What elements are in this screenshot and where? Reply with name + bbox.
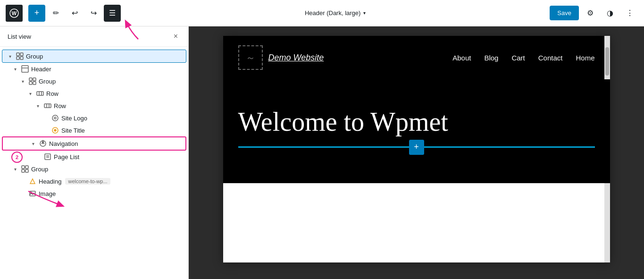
chevron-row-2	[34, 102, 42, 110]
header-label-text: Header (Dark, large)	[305, 9, 361, 17]
list-view-button[interactable]: ☰	[104, 5, 121, 22]
header-icon	[21, 65, 29, 73]
save-button[interactable]: Save	[550, 6, 579, 20]
preview-logo-area: ～ Demo Website	[238, 45, 324, 70]
svg-marker-30	[30, 179, 35, 184]
svg-point-18	[52, 115, 58, 121]
heading-label: Heading	[39, 178, 61, 185]
contrast-icon: ◑	[607, 8, 613, 17]
left-panel: List view × 1 2 Group	[0, 26, 189, 279]
toolbar: W + ✏ ↩ ↪ ☰ Header (Dark, large) ▾ Save …	[0, 0, 644, 26]
svg-point-19	[54, 117, 56, 119]
row-1-label: Row	[46, 90, 59, 97]
add-block-button[interactable]: +	[28, 5, 45, 22]
tree-item-row-1[interactable]: Row	[0, 87, 188, 100]
contrast-button[interactable]: ◑	[602, 5, 619, 22]
page-list-label: Page List	[54, 153, 79, 161]
list-view-title: List view	[8, 33, 31, 40]
svg-rect-4	[17, 57, 19, 59]
svg-rect-6	[22, 66, 28, 72]
preview-nav: About Blog Cart Contact Home	[452, 54, 594, 62]
svg-text:W: W	[12, 10, 17, 16]
brush-icon: ✏	[53, 8, 59, 17]
heading-badge: welcome-to-wp...	[65, 178, 110, 185]
nav-blog[interactable]: Blog	[484, 54, 498, 62]
group-2-icon	[21, 165, 29, 173]
tree-item-group-1[interactable]: Group	[0, 75, 188, 87]
close-list-view-button[interactable]: ×	[171, 31, 181, 42]
svg-point-21	[54, 129, 56, 131]
navigation-icon	[39, 139, 47, 148]
preview-site-title: Demo Website	[268, 53, 324, 63]
site-logo-label: Site Logo	[61, 115, 87, 122]
nav-cart[interactable]: Cart	[511, 54, 525, 62]
group-root-icon	[16, 52, 24, 60]
settings-button[interactable]: ⚙	[582, 5, 599, 22]
image-icon	[28, 189, 37, 198]
chevron-group-1	[19, 77, 26, 85]
svg-rect-8	[29, 78, 32, 81]
ellipsis-icon: ⋮	[626, 8, 634, 17]
chevron-group-root	[6, 52, 14, 60]
tree-item-group-root[interactable]: Group	[2, 50, 186, 63]
annotation-2: 2	[11, 152, 23, 163]
preview-hero: Welcome to Wpmet +	[223, 79, 610, 183]
nav-contact[interactable]: Contact	[538, 54, 563, 62]
preview-logo-placeholder: ～	[246, 51, 255, 64]
header-label-tree: Header	[31, 66, 51, 73]
group-2-label: Group	[31, 166, 48, 173]
svg-point-32	[31, 192, 32, 193]
image-label: Image	[39, 190, 56, 197]
toolbar-right: Save ⚙ ◑ ⋮	[550, 5, 638, 22]
tree-item-site-logo[interactable]: Site Logo	[0, 112, 188, 124]
tree-item-heading[interactable]: Heading welcome-to-wp...	[0, 175, 188, 187]
undo-button[interactable]: ↩	[66, 5, 83, 22]
chevron-down-icon: ▾	[363, 10, 366, 16]
group-root-label: Group	[26, 53, 43, 60]
chevron-header	[11, 65, 19, 73]
nav-home[interactable]: Home	[576, 54, 594, 62]
more-options-button[interactable]: ⋮	[621, 5, 638, 22]
preview-logo-box: ～	[238, 45, 263, 70]
heading-icon	[28, 177, 37, 186]
svg-rect-28	[22, 169, 25, 172]
main-area: List view × 1 2 Group	[0, 26, 644, 279]
plus-icon: +	[414, 142, 419, 152]
tree-item-row-2[interactable]: Row	[0, 100, 188, 112]
tree-container: 1 2 Group Header	[0, 47, 188, 279]
site-title-label: Site Title	[61, 127, 85, 134]
row-2-label: Row	[54, 102, 66, 110]
list-view-icon: ☰	[109, 8, 116, 17]
svg-rect-15	[44, 104, 51, 108]
svg-rect-10	[29, 82, 32, 85]
chevron-navigation	[29, 140, 37, 147]
list-view-header: List view ×	[0, 26, 188, 47]
redo-button[interactable]: ↪	[85, 5, 102, 22]
tree-item-header[interactable]: Header	[0, 63, 188, 75]
group-1-label: Group	[39, 78, 56, 85]
header-label-area: Header (Dark, large) ▾	[123, 7, 548, 19]
tree-item-site-title[interactable]: Site Title	[0, 124, 188, 136]
redo-icon: ↪	[91, 8, 97, 17]
tree-item-navigation[interactable]: Navigation	[2, 136, 186, 151]
tree-item-image[interactable]: Image	[0, 187, 188, 200]
hero-divider: +	[238, 146, 595, 148]
tools-button[interactable]: ✏	[47, 5, 64, 22]
group-1-icon	[28, 77, 37, 85]
navigation-label: Navigation	[49, 140, 78, 147]
svg-rect-11	[33, 82, 36, 85]
tree-item-group-2[interactable]: Group	[0, 163, 188, 175]
header-label[interactable]: Header (Dark, large) ▾	[300, 7, 371, 19]
canvas-area[interactable]: ～ Demo Website About Blog Cart Contact H…	[189, 26, 644, 279]
svg-rect-3	[20, 53, 23, 56]
chevron-group-2	[11, 165, 19, 173]
nav-about[interactable]: About	[452, 54, 471, 62]
svg-rect-5	[20, 57, 23, 59]
wp-logo[interactable]: W	[6, 5, 23, 22]
svg-rect-29	[25, 169, 28, 172]
preview-scrollbar-thumb	[605, 47, 609, 76]
svg-rect-23	[45, 154, 50, 160]
add-block-hero-button[interactable]: +	[409, 140, 424, 155]
tree-item-page-list[interactable]: Page List	[0, 151, 188, 163]
undo-icon: ↩	[72, 8, 78, 17]
